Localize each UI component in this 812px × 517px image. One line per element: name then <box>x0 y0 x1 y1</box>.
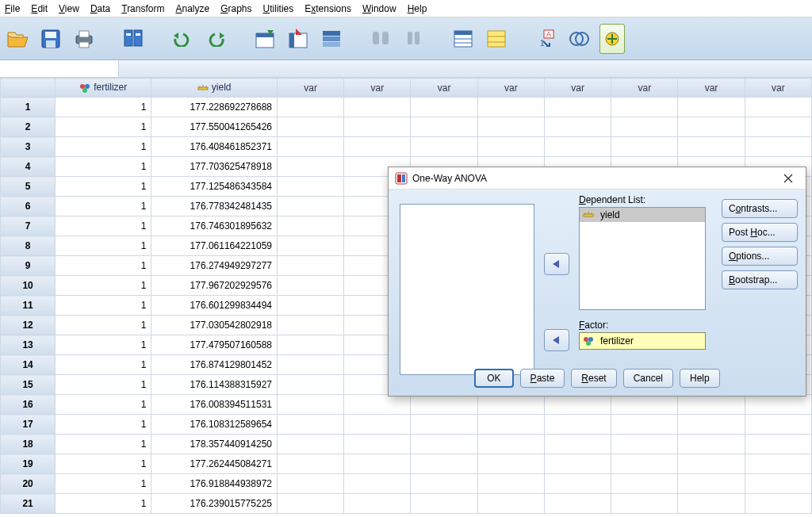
cell-empty[interactable] <box>411 494 477 514</box>
row-header[interactable]: 16 <box>1 395 56 415</box>
cell-empty[interactable] <box>477 474 544 494</box>
cell-empty[interactable] <box>477 454 544 474</box>
cell-empty[interactable] <box>278 177 344 197</box>
save-icon[interactable] <box>38 24 63 54</box>
redo-icon[interactable] <box>203 24 228 54</box>
cell-empty[interactable] <box>278 435 344 454</box>
variables-icon[interactable] <box>319 24 344 54</box>
cell-yield[interactable]: 176.108312589654 <box>151 415 278 435</box>
column-blank[interactable]: var <box>477 79 544 98</box>
cell-empty[interactable] <box>278 216 344 236</box>
cell-empty[interactable] <box>411 98 477 117</box>
cell-empty[interactable] <box>344 435 411 454</box>
cell-empty[interactable] <box>611 415 678 435</box>
column-blank[interactable]: var <box>278 79 344 98</box>
row-header[interactable]: 12 <box>1 316 56 335</box>
row-header[interactable]: 4 <box>1 157 56 177</box>
menu-analyze[interactable]: Analyze <box>175 3 209 14</box>
cell-empty[interactable] <box>745 454 811 474</box>
row-header[interactable]: 2 <box>1 117 56 137</box>
cell-empty[interactable] <box>278 454 344 474</box>
cell-empty[interactable] <box>344 454 411 474</box>
cell-empty[interactable] <box>544 117 611 137</box>
cell-empty[interactable] <box>477 137 544 157</box>
cell-empty[interactable] <box>278 256 344 276</box>
cell-empty[interactable] <box>411 435 477 454</box>
factor-field[interactable]: fertilizer <box>579 332 706 350</box>
contrasts-button[interactable]: Contrasts... <box>722 199 798 218</box>
row-header[interactable]: 5 <box>1 177 56 197</box>
bootstrap-button[interactable]: Bootstrap... <box>722 270 798 289</box>
cell-empty[interactable] <box>278 197 344 216</box>
cell-empty[interactable] <box>544 494 611 514</box>
options-button[interactable]: Options... <box>722 247 798 266</box>
cell-yield[interactable]: 176.874129801452 <box>151 355 278 375</box>
cell-empty[interactable] <box>477 98 544 117</box>
grid-corner[interactable] <box>1 79 56 98</box>
cell-reference-box[interactable] <box>0 60 119 77</box>
menu-graphs[interactable]: Graphs <box>220 3 251 14</box>
cell-yield[interactable]: 176.746301895632 <box>151 216 278 236</box>
cell-empty[interactable] <box>344 474 411 494</box>
cell-empty[interactable] <box>411 137 477 157</box>
cell-fertilizer[interactable]: 1 <box>56 137 151 157</box>
cell-fertilizer[interactable]: 1 <box>56 236 151 256</box>
cell-fertilizer[interactable]: 1 <box>56 355 151 375</box>
open-icon[interactable] <box>5 24 30 54</box>
row-header[interactable]: 13 <box>1 335 56 355</box>
undo-icon[interactable] <box>170 24 195 54</box>
reset-button[interactable]: Reset <box>571 369 616 388</box>
cell-yield[interactable]: 176.114388315927 <box>151 375 278 395</box>
cell-empty[interactable] <box>611 117 678 137</box>
cell-empty[interactable] <box>678 137 745 157</box>
cell-yield[interactable]: 177.228692278688 <box>151 98 278 117</box>
cell-empty[interactable] <box>745 415 811 435</box>
cell-empty[interactable] <box>411 454 477 474</box>
cell-empty[interactable] <box>278 474 344 494</box>
cell-yield[interactable]: 177.550041265426 <box>151 117 278 137</box>
close-button[interactable] <box>777 170 799 187</box>
cell-empty[interactable] <box>411 395 477 415</box>
cell-empty[interactable] <box>544 454 611 474</box>
recall-dialog-icon[interactable] <box>121 24 146 54</box>
cell-empty[interactable] <box>278 98 344 117</box>
cell-empty[interactable] <box>344 117 411 137</box>
cell-empty[interactable] <box>278 276 344 296</box>
dependent-item-yield[interactable]: yield <box>580 208 705 222</box>
menu-view[interactable]: View <box>59 3 79 14</box>
cell-empty[interactable] <box>745 117 811 137</box>
cell-empty[interactable] <box>611 395 678 415</box>
paste-button[interactable]: Paste <box>520 369 565 388</box>
menu-extensions[interactable]: Extensions <box>304 3 351 14</box>
cell-empty[interactable] <box>745 98 811 117</box>
cell-yield[interactable]: 176.008394511531 <box>151 395 278 415</box>
cell-fertilizer[interactable]: 1 <box>56 197 151 216</box>
row-header[interactable]: 18 <box>1 435 56 454</box>
cell-empty[interactable] <box>678 494 745 514</box>
cell-empty[interactable] <box>611 474 678 494</box>
cell-fertilizer[interactable]: 1 <box>56 177 151 197</box>
cell-empty[interactable] <box>344 395 411 415</box>
cell-fertilizer[interactable]: 1 <box>56 435 151 454</box>
cell-empty[interactable] <box>544 98 611 117</box>
cell-empty[interactable] <box>278 296 344 316</box>
cell-empty[interactable] <box>678 474 745 494</box>
cell-empty[interactable] <box>678 415 745 435</box>
cell-empty[interactable] <box>477 395 544 415</box>
goto-case-icon[interactable] <box>252 24 278 54</box>
cell-empty[interactable] <box>411 474 477 494</box>
cell-fertilizer[interactable]: 1 <box>56 415 151 435</box>
cell-empty[interactable] <box>544 395 611 415</box>
cell-empty[interactable] <box>745 435 811 454</box>
value-labels-icon[interactable]: A1 <box>533 24 558 54</box>
cell-empty[interactable] <box>278 494 344 514</box>
cell-yield[interactable]: 176.274949297277 <box>151 256 278 276</box>
row-header[interactable]: 19 <box>1 454 56 474</box>
ok-button[interactable]: OK <box>474 369 513 388</box>
column-blank[interactable]: var <box>611 79 678 98</box>
menu-file[interactable]: File <box>5 3 20 14</box>
cell-yield[interactable]: 177.262445084271 <box>151 454 278 474</box>
split-file-icon[interactable] <box>450 24 476 54</box>
row-header[interactable]: 10 <box>1 276 56 296</box>
cell-empty[interactable] <box>344 98 411 117</box>
